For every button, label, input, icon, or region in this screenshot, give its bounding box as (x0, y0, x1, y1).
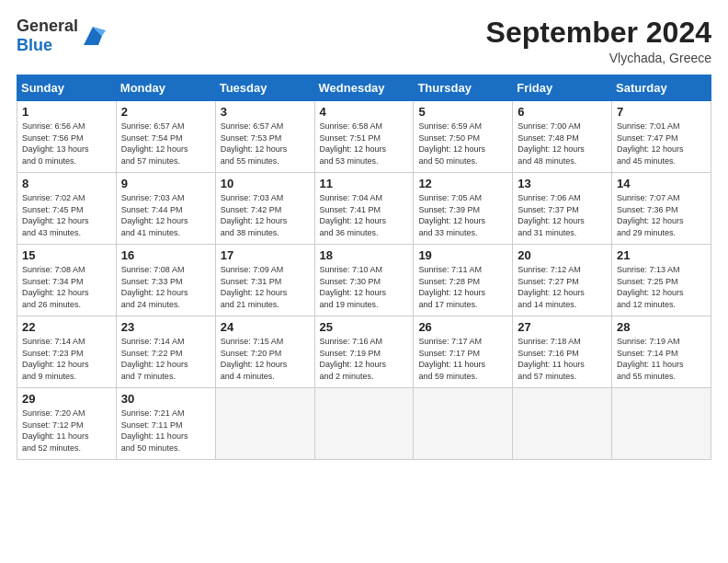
page: General Blue September 2024 Vlychada, Gr… (0, 0, 728, 469)
calendar-cell: 11Sunrise: 7:04 AM Sunset: 7:41 PM Dayli… (314, 173, 414, 245)
day-number: 17 (221, 248, 310, 262)
day-info: Sunrise: 7:10 AM Sunset: 7:30 PM Dayligh… (320, 264, 409, 310)
day-info: Sunrise: 7:03 AM Sunset: 7:42 PM Dayligh… (221, 192, 310, 238)
calendar-cell: 20Sunrise: 7:12 AM Sunset: 7:27 PM Dayli… (513, 245, 612, 316)
day-info: Sunrise: 7:09 AM Sunset: 7:31 PM Dayligh… (221, 264, 310, 310)
calendar-cell: 12Sunrise: 7:05 AM Sunset: 7:39 PM Dayli… (414, 173, 513, 245)
calendar-cell (414, 388, 513, 460)
day-number: 18 (320, 248, 409, 262)
calendar-cell: 23Sunrise: 7:14 AM Sunset: 7:22 PM Dayli… (116, 316, 215, 388)
calendar-cell: 18Sunrise: 7:10 AM Sunset: 7:30 PM Dayli… (314, 245, 414, 316)
calendar-cell: 16Sunrise: 7:08 AM Sunset: 7:33 PM Dayli… (116, 245, 215, 316)
day-info: Sunrise: 6:59 AM Sunset: 7:50 PM Dayligh… (418, 121, 507, 167)
day-info: Sunrise: 7:20 AM Sunset: 7:12 PM Dayligh… (22, 408, 111, 454)
weekday-header-friday: Friday (513, 75, 612, 101)
day-info: Sunrise: 7:15 AM Sunset: 7:20 PM Dayligh… (221, 336, 310, 382)
location: Vlychada, Greece (486, 51, 711, 65)
calendar-cell: 3Sunrise: 6:57 AM Sunset: 7:53 PM Daylig… (215, 101, 314, 173)
day-info: Sunrise: 7:19 AM Sunset: 7:14 PM Dayligh… (617, 336, 706, 382)
day-number: 8 (22, 177, 111, 190)
calendar-cell: 14Sunrise: 7:07 AM Sunset: 7:36 PM Dayli… (612, 173, 711, 245)
logo-blue: Blue (17, 36, 52, 54)
day-info: Sunrise: 7:02 AM Sunset: 7:45 PM Dayligh… (22, 192, 111, 238)
day-info: Sunrise: 7:08 AM Sunset: 7:33 PM Dayligh… (121, 264, 210, 310)
week-row-1: 1Sunrise: 6:56 AM Sunset: 7:56 PM Daylig… (17, 101, 711, 173)
day-info: Sunrise: 7:07 AM Sunset: 7:36 PM Dayligh… (617, 192, 706, 238)
calendar-cell: 27Sunrise: 7:18 AM Sunset: 7:16 PM Dayli… (513, 316, 612, 388)
day-info: Sunrise: 6:57 AM Sunset: 7:53 PM Dayligh… (221, 121, 310, 167)
title-block: September 2024 Vlychada, Greece (486, 17, 711, 65)
day-number: 6 (518, 105, 607, 119)
calendar-cell: 19Sunrise: 7:11 AM Sunset: 7:28 PM Dayli… (414, 245, 513, 316)
day-info: Sunrise: 7:01 AM Sunset: 7:47 PM Dayligh… (617, 121, 706, 167)
day-number: 1 (22, 105, 111, 119)
logo-general: General (17, 17, 78, 35)
weekday-header-monday: Monday (116, 75, 215, 101)
weekday-header-sunday: Sunday (17, 75, 117, 101)
calendar-cell: 5Sunrise: 6:59 AM Sunset: 7:50 PM Daylig… (414, 101, 513, 173)
calendar-cell (215, 388, 314, 460)
day-number: 24 (221, 320, 310, 334)
logo: General Blue (17, 17, 106, 55)
day-info: Sunrise: 7:08 AM Sunset: 7:34 PM Dayligh… (22, 264, 111, 310)
day-number: 16 (121, 248, 210, 262)
calendar-cell: 8Sunrise: 7:02 AM Sunset: 7:45 PM Daylig… (17, 173, 117, 245)
day-number: 23 (121, 320, 210, 334)
month-title: September 2024 (486, 17, 711, 49)
calendar-cell: 21Sunrise: 7:13 AM Sunset: 7:25 PM Dayli… (612, 245, 711, 316)
weekday-header-wednesday: Wednesday (314, 75, 414, 101)
week-row-3: 15Sunrise: 7:08 AM Sunset: 7:34 PM Dayli… (17, 245, 711, 316)
day-number: 13 (518, 177, 607, 190)
week-row-2: 8Sunrise: 7:02 AM Sunset: 7:45 PM Daylig… (17, 173, 711, 245)
calendar-cell: 25Sunrise: 7:16 AM Sunset: 7:19 PM Dayli… (314, 316, 414, 388)
calendar-cell: 26Sunrise: 7:17 AM Sunset: 7:17 PM Dayli… (414, 316, 513, 388)
day-info: Sunrise: 6:56 AM Sunset: 7:56 PM Dayligh… (22, 121, 111, 167)
calendar-cell: 15Sunrise: 7:08 AM Sunset: 7:34 PM Dayli… (17, 245, 117, 316)
day-info: Sunrise: 7:05 AM Sunset: 7:39 PM Dayligh… (418, 192, 507, 238)
day-info: Sunrise: 7:00 AM Sunset: 7:48 PM Dayligh… (518, 121, 607, 167)
day-info: Sunrise: 7:17 AM Sunset: 7:17 PM Dayligh… (418, 336, 507, 382)
weekday-header-thursday: Thursday (414, 75, 513, 101)
day-number: 21 (617, 248, 706, 262)
calendar-cell: 4Sunrise: 6:58 AM Sunset: 7:51 PM Daylig… (314, 101, 414, 173)
logo-text: General Blue (17, 17, 78, 55)
day-info: Sunrise: 6:57 AM Sunset: 7:54 PM Dayligh… (121, 121, 210, 167)
day-number: 2 (121, 105, 210, 119)
calendar-cell: 7Sunrise: 7:01 AM Sunset: 7:47 PM Daylig… (612, 101, 711, 173)
day-number: 4 (320, 105, 409, 119)
calendar-table: SundayMondayTuesdayWednesdayThursdayFrid… (17, 75, 711, 460)
weekday-header-saturday: Saturday (612, 75, 711, 101)
calendar-cell: 22Sunrise: 7:14 AM Sunset: 7:23 PM Dayli… (17, 316, 117, 388)
day-number: 27 (518, 320, 607, 334)
day-number: 14 (617, 177, 706, 190)
day-info: Sunrise: 7:11 AM Sunset: 7:28 PM Dayligh… (418, 264, 507, 310)
day-info: Sunrise: 7:21 AM Sunset: 7:11 PM Dayligh… (121, 408, 210, 454)
day-number: 10 (221, 177, 310, 190)
day-number: 15 (22, 248, 111, 262)
day-number: 11 (320, 177, 409, 190)
day-info: Sunrise: 7:14 AM Sunset: 7:23 PM Dayligh… (22, 336, 111, 382)
calendar-cell: 24Sunrise: 7:15 AM Sunset: 7:20 PM Dayli… (215, 316, 314, 388)
day-number: 3 (221, 105, 310, 119)
day-info: Sunrise: 6:58 AM Sunset: 7:51 PM Dayligh… (320, 121, 409, 167)
day-number: 22 (22, 320, 111, 334)
day-info: Sunrise: 7:04 AM Sunset: 7:41 PM Dayligh… (320, 192, 409, 238)
calendar-cell: 9Sunrise: 7:03 AM Sunset: 7:44 PM Daylig… (116, 173, 215, 245)
week-row-4: 22Sunrise: 7:14 AM Sunset: 7:23 PM Dayli… (17, 316, 711, 388)
calendar-cell (513, 388, 612, 460)
day-info: Sunrise: 7:18 AM Sunset: 7:16 PM Dayligh… (518, 336, 607, 382)
day-number: 12 (418, 177, 507, 190)
calendar-cell: 13Sunrise: 7:06 AM Sunset: 7:37 PM Dayli… (513, 173, 612, 245)
day-info: Sunrise: 7:13 AM Sunset: 7:25 PM Dayligh… (617, 264, 706, 310)
calendar-cell: 29Sunrise: 7:20 AM Sunset: 7:12 PM Dayli… (17, 388, 117, 460)
calendar-cell: 2Sunrise: 6:57 AM Sunset: 7:54 PM Daylig… (116, 101, 215, 173)
day-number: 7 (617, 105, 706, 119)
calendar-cell: 1Sunrise: 6:56 AM Sunset: 7:56 PM Daylig… (17, 101, 117, 173)
calendar-cell: 30Sunrise: 7:21 AM Sunset: 7:11 PM Dayli… (116, 388, 215, 460)
day-info: Sunrise: 7:12 AM Sunset: 7:27 PM Dayligh… (518, 264, 607, 310)
day-number: 5 (418, 105, 507, 119)
calendar-cell: 17Sunrise: 7:09 AM Sunset: 7:31 PM Dayli… (215, 245, 314, 316)
logo-icon (80, 23, 106, 49)
day-info: Sunrise: 7:03 AM Sunset: 7:44 PM Dayligh… (121, 192, 210, 238)
calendar-cell: 6Sunrise: 7:00 AM Sunset: 7:48 PM Daylig… (513, 101, 612, 173)
